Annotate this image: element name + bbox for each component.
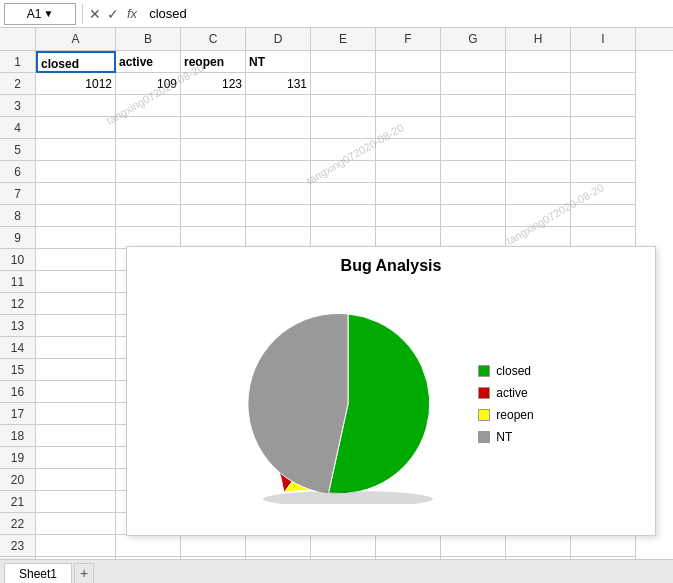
cell-I6[interactable] bbox=[571, 161, 636, 183]
cell-D8[interactable] bbox=[246, 205, 311, 227]
cell-H7[interactable] bbox=[506, 183, 571, 205]
cell-G2[interactable] bbox=[441, 73, 506, 95]
cell-I24[interactable] bbox=[571, 557, 636, 559]
cell-C24[interactable] bbox=[181, 557, 246, 559]
cell-F6[interactable] bbox=[376, 161, 441, 183]
row-num-8[interactable]: 8 bbox=[0, 205, 35, 227]
cell-A17[interactable] bbox=[36, 403, 116, 425]
cell-E7[interactable] bbox=[311, 183, 376, 205]
cell-B8[interactable] bbox=[116, 205, 181, 227]
col-header-e[interactable]: E bbox=[311, 28, 376, 50]
row-num-4[interactable]: 4 bbox=[0, 117, 35, 139]
col-header-f[interactable]: F bbox=[376, 28, 441, 50]
cell-A11[interactable] bbox=[36, 271, 116, 293]
cell-I5[interactable] bbox=[571, 139, 636, 161]
cell-E5[interactable] bbox=[311, 139, 376, 161]
cell-I7[interactable] bbox=[571, 183, 636, 205]
col-header-g[interactable]: G bbox=[441, 28, 506, 50]
cell-A8[interactable] bbox=[36, 205, 116, 227]
cell-C4[interactable] bbox=[181, 117, 246, 139]
row-num-2[interactable]: 2 bbox=[0, 73, 35, 95]
cell-C7[interactable] bbox=[181, 183, 246, 205]
cell-F7[interactable] bbox=[376, 183, 441, 205]
col-header-b[interactable]: B bbox=[116, 28, 181, 50]
cell-G3[interactable] bbox=[441, 95, 506, 117]
cell-E4[interactable] bbox=[311, 117, 376, 139]
cell-G6[interactable] bbox=[441, 161, 506, 183]
cell-B7[interactable] bbox=[116, 183, 181, 205]
cell-A7[interactable] bbox=[36, 183, 116, 205]
cell-C2[interactable]: 123 bbox=[181, 73, 246, 95]
cell-E23[interactable] bbox=[311, 535, 376, 557]
row-num-15[interactable]: 15 bbox=[0, 359, 35, 381]
col-header-c[interactable]: C bbox=[181, 28, 246, 50]
dropdown-icon[interactable]: ▼ bbox=[43, 3, 53, 25]
cell-A20[interactable] bbox=[36, 469, 116, 491]
row-num-18[interactable]: 18 bbox=[0, 425, 35, 447]
cell-E1[interactable] bbox=[311, 51, 376, 73]
cell-B4[interactable] bbox=[116, 117, 181, 139]
cell-G8[interactable] bbox=[441, 205, 506, 227]
row-num-13[interactable]: 13 bbox=[0, 315, 35, 337]
cell-F3[interactable] bbox=[376, 95, 441, 117]
cell-H5[interactable] bbox=[506, 139, 571, 161]
cell-A24[interactable] bbox=[36, 557, 116, 559]
cell-G24[interactable] bbox=[441, 557, 506, 559]
cell-D3[interactable] bbox=[246, 95, 311, 117]
row-num-5[interactable]: 5 bbox=[0, 139, 35, 161]
cell-A16[interactable] bbox=[36, 381, 116, 403]
cell-H1[interactable] bbox=[506, 51, 571, 73]
cell-I3[interactable] bbox=[571, 95, 636, 117]
cell-I1[interactable] bbox=[571, 51, 636, 73]
cell-A19[interactable] bbox=[36, 447, 116, 469]
cell-A6[interactable] bbox=[36, 161, 116, 183]
cell-F23[interactable] bbox=[376, 535, 441, 557]
cell-C6[interactable] bbox=[181, 161, 246, 183]
cell-H8[interactable] bbox=[506, 205, 571, 227]
cell-B5[interactable] bbox=[116, 139, 181, 161]
row-num-6[interactable]: 6 bbox=[0, 161, 35, 183]
cell-A14[interactable] bbox=[36, 337, 116, 359]
row-num-22[interactable]: 22 bbox=[0, 513, 35, 535]
cell-B6[interactable] bbox=[116, 161, 181, 183]
cell-I23[interactable] bbox=[571, 535, 636, 557]
cell-F1[interactable] bbox=[376, 51, 441, 73]
cell-G23[interactable] bbox=[441, 535, 506, 557]
cell-E24[interactable] bbox=[311, 557, 376, 559]
cell-A15[interactable] bbox=[36, 359, 116, 381]
cell-H24[interactable] bbox=[506, 557, 571, 559]
cell-F2[interactable] bbox=[376, 73, 441, 95]
cell-H4[interactable] bbox=[506, 117, 571, 139]
row-num-21[interactable]: 21 bbox=[0, 491, 35, 513]
cell-A4[interactable] bbox=[36, 117, 116, 139]
cell-A2[interactable]: 1012 bbox=[36, 73, 116, 95]
row-num-20[interactable]: 20 bbox=[0, 469, 35, 491]
cell-A21[interactable] bbox=[36, 491, 116, 513]
cell-A5[interactable] bbox=[36, 139, 116, 161]
cell-A1[interactable]: closed bbox=[36, 51, 116, 73]
cell-G5[interactable] bbox=[441, 139, 506, 161]
cell-C5[interactable] bbox=[181, 139, 246, 161]
row-num-23[interactable]: 23 bbox=[0, 535, 35, 557]
cancel-icon[interactable]: ✕ bbox=[89, 6, 101, 22]
cell-E3[interactable] bbox=[311, 95, 376, 117]
cell-I4[interactable] bbox=[571, 117, 636, 139]
cell-H3[interactable] bbox=[506, 95, 571, 117]
cell-C23[interactable] bbox=[181, 535, 246, 557]
cell-E6[interactable] bbox=[311, 161, 376, 183]
cell-F8[interactable] bbox=[376, 205, 441, 227]
cell-C1[interactable]: reopen bbox=[181, 51, 246, 73]
row-num-3[interactable]: 3 bbox=[0, 95, 35, 117]
cell-A3[interactable] bbox=[36, 95, 116, 117]
cell-D24[interactable] bbox=[246, 557, 311, 559]
cell-A23[interactable] bbox=[36, 535, 116, 557]
sheet-tab-1[interactable]: Sheet1 bbox=[4, 563, 72, 583]
cell-C8[interactable] bbox=[181, 205, 246, 227]
cell-B3[interactable] bbox=[116, 95, 181, 117]
cell-D4[interactable] bbox=[246, 117, 311, 139]
cell-H23[interactable] bbox=[506, 535, 571, 557]
cell-F24[interactable] bbox=[376, 557, 441, 559]
row-num-16[interactable]: 16 bbox=[0, 381, 35, 403]
cell-reference-box[interactable]: A1 ▼ bbox=[4, 3, 76, 25]
cell-G1[interactable] bbox=[441, 51, 506, 73]
